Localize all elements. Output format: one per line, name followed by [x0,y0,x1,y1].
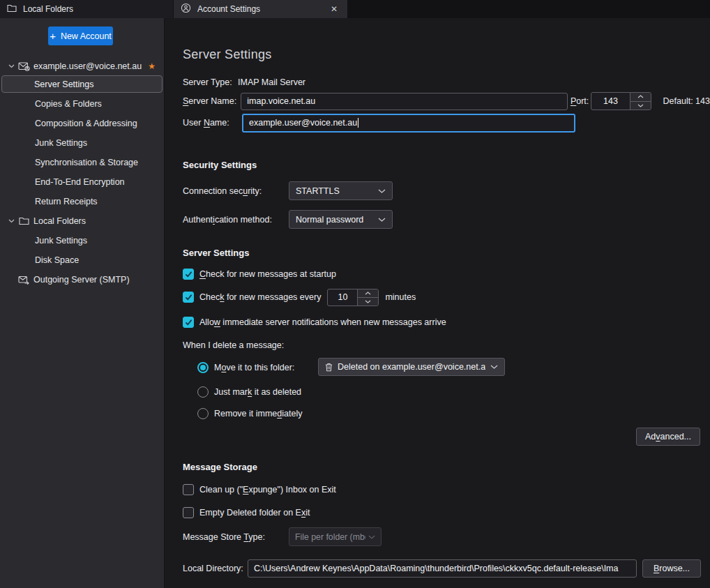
folder-icon [7,4,17,15]
check-startup-label: Check for new messages at startup [199,269,336,279]
chevron-down-icon [378,189,386,193]
check-empty-row[interactable]: Empty Deleted folder on Exit [183,506,310,519]
authentication-method-row: Authentication method: Normal password [183,210,393,229]
spin-up-button[interactable] [630,93,651,102]
plus-icon: + [50,31,56,41]
port-label: Port: [571,96,589,106]
sidebar-local-folders-row[interactable]: Local Folders [0,212,165,230]
server-name-row: Server Name: imap.voice.net.au Port: 143… [183,92,710,110]
sidebar-item-label: Copies & Folders [35,99,102,109]
sidebar-item-outgoing-server[interactable]: Outgoing Server (SMTP) [0,271,165,289]
sidebar-item-label: Return Receipts [35,197,98,206]
sidebar-item-copies-folders[interactable]: Copies & Folders [0,95,165,113]
radio-remove-label: Remove it immediately [214,409,302,419]
user-name-input[interactable]: example.user@voice.net.au [242,114,575,133]
sidebar-item-junk-settings[interactable]: Junk Settings [0,134,165,152]
minutes-label: minutes [385,292,416,302]
new-account-button[interactable]: + New Account [48,27,113,45]
spin-down-button[interactable] [358,298,378,306]
local-folders-label: Local Folders [33,216,86,226]
advanced-button[interactable]: Advanced... [636,428,700,446]
check-empty-label: Empty Deleted folder on Exit [199,508,310,518]
delete-folder-value: Deleted on example.user@voice.net.au [338,362,485,372]
sidebar-item-end-to-end-encryption[interactable]: End-To-End Encryption [0,173,165,191]
check-cleanup-row[interactable]: Clean up ("Expunge") Inbox on Exit [183,483,336,496]
server-name-value: imap.voice.net.au [247,96,315,106]
server-name-label: Server Name: [183,96,241,106]
checkbox[interactable] [183,269,194,280]
connection-security-label: Connection security: [183,186,289,196]
chevron-down-icon [378,218,386,222]
sidebar-item-server-settings[interactable]: Server Settings [1,75,163,93]
local-directory-input[interactable]: C:\Users\Andrew Keynes\AppData\Roaming\t… [248,559,637,578]
check-interval-spinner[interactable]: 10 [327,289,379,306]
message-storage-heading: Message Storage [183,462,257,472]
browse-button[interactable]: Browse... [642,559,701,578]
account-settings-sidebar: + New Account example.user@voice.net.au … [0,18,165,588]
spin-up-button[interactable] [358,289,378,298]
local-directory-value: C:\Users\Andrew Keynes\AppData\Roaming\t… [254,564,618,573]
sidebar-item-label: Composition & Addressing [35,119,137,128]
check-startup-row[interactable]: Check for new messages at startup [183,268,336,280]
page-title: Server Settings [183,47,272,62]
spin-down-button[interactable] [630,102,651,110]
sidebar-item-disk-space[interactable]: Disk Space [0,251,165,269]
server-settings-pane: Server Settings Server Type: IMAP Mail S… [165,18,710,588]
account-email-label: example.user@voice.net.au [33,61,142,71]
store-type-select: File per folder (mbox) [289,527,382,546]
check-every-row[interactable]: Check for new messages every 10 minutes [183,288,416,306]
check-interval-value: 10 [328,289,357,306]
security-settings-heading: Security Settings [183,160,257,170]
check-notify-row[interactable]: Allow immediate server notifications whe… [183,316,446,329]
radio-mark-row[interactable]: Just mark it as deleted [183,386,301,398]
spinner-buttons [357,289,378,306]
local-directory-row: Local Directory: C:\Users\Andrew Keynes\… [183,559,710,578]
check-cleanup-label: Clean up ("Expunge") Inbox on Exit [199,485,336,495]
sidebar-item-composition-addressing[interactable]: Composition & Addressing [0,114,165,133]
sidebar-item-label: Junk Settings [35,138,87,148]
close-icon[interactable]: ✕ [328,3,340,15]
radio-move-label: Move it to this folder: [214,363,294,372]
checkbox[interactable] [183,292,194,303]
tab-label: Account Settings [197,4,260,14]
checkbox[interactable] [183,507,194,518]
authentication-method-select[interactable]: Normal password [289,210,393,229]
checkbox[interactable] [183,484,194,495]
chevron-down-icon [6,219,17,223]
radio-button[interactable] [197,386,209,398]
new-account-label: New Account [61,31,112,41]
sidebar-item-synchronisation-storage[interactable]: Synchronisation & Storage [0,153,165,172]
server-type-label: Server Type: [183,77,238,87]
server-type-row: Server Type: IMAP Mail Server [183,77,305,88]
sidebar-item-label: Synchronisation & Storage [35,158,138,167]
delete-message-label: When I delete a message: [183,340,284,350]
tab-account-settings[interactable]: Account Settings ✕ [174,0,347,18]
sidebar-item-label: Junk Settings [35,236,87,246]
user-name-row: User Name: example.user@voice.net.au [183,113,575,133]
text-caret [358,118,358,128]
delete-folder-select[interactable]: Deleted on example.user@voice.net.au [318,358,505,376]
chevron-down-icon [490,365,498,369]
radio-mark-label: Just mark it as deleted [214,387,301,397]
server-name-input[interactable]: imap.voice.net.au [241,93,568,110]
server-settings-heading: Server Settings [183,248,249,258]
radio-remove-row[interactable]: Remove it immediately [183,407,302,420]
sidebar-item-return-receipts[interactable]: Return Receipts [0,193,165,211]
radio-move-row[interactable]: Move it to this folder: Deleted on examp… [183,358,692,377]
check-notify-label: Allow immediate server notifications whe… [199,317,446,327]
port-default-text: Default: 143 [663,96,710,106]
checkbox[interactable] [183,317,194,328]
thunderbird-window: Local Folders Account Settings ✕ + New A… [0,0,710,588]
delete-message-label-row: When I delete a message: [183,340,284,351]
radio-button[interactable] [197,362,209,373]
connection-security-select[interactable]: STARTTLS [289,181,393,200]
tab-local-folders[interactable]: Local Folders [0,0,173,18]
mail-account-icon [17,62,31,71]
radio-button[interactable] [197,408,209,419]
authentication-method-label: Authentication method: [183,215,289,225]
sidebar-item-local-junk-settings[interactable]: Junk Settings [0,232,165,250]
account-settings-icon [181,3,191,15]
port-spinner[interactable]: 143 [591,92,651,110]
sidebar-account-row[interactable]: example.user@voice.net.au ★ [0,57,165,75]
tab-bar: Local Folders Account Settings ✕ [0,0,710,18]
